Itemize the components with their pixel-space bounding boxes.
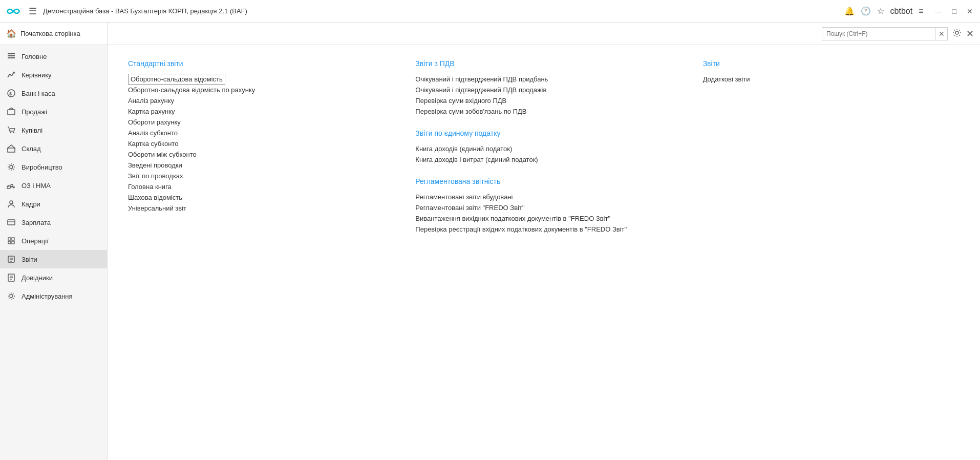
sidebar-item-zvity[interactable]: Звіти	[0, 250, 107, 268]
report-link-oborotno-saldova[interactable]: Оборотно-сальдова відомість	[128, 74, 225, 85]
report-link-dodatkovi-zvity[interactable]: Додаткові звіти	[703, 74, 960, 85]
kadry-icon	[6, 199, 16, 209]
unit-tax-reports-links: Книга доходів (єдиний податок) Книга дох…	[415, 143, 672, 165]
sidebar-item-label: Керівнику	[22, 71, 52, 79]
report-link-kartka-rahunku[interactable]: Картка рахунку	[128, 106, 385, 117]
standard-reports-section: Стандартні звіти Оборотно-сальдова відом…	[128, 57, 385, 247]
sidebar-item-operatsii[interactable]: Операції	[0, 232, 107, 250]
report-link-universalnyy-zvit[interactable]: Універсальний звіт	[128, 203, 385, 214]
sidebar-item-kupivli[interactable]: Купівлі	[0, 121, 107, 139]
app-logo	[4, 2, 23, 20]
report-link-oboroty-mizh-subkonto[interactable]: Обороти між субконто	[128, 149, 385, 160]
svg-text:$: $	[9, 91, 12, 96]
report-link-perevirka-vkhidnoho-pdv[interactable]: Перевірка суми вхідного ПДВ	[415, 95, 672, 106]
main-layout: 🏠 Початкова сторінка Головне Керівнику $	[0, 23, 980, 460]
search-box: ✕	[822, 27, 948, 40]
administruvannya-icon	[6, 291, 16, 301]
notification-icon[interactable]: 🔔	[844, 6, 855, 16]
svg-point-7	[13, 132, 14, 133]
oz-icon	[6, 180, 16, 191]
search-input[interactable]	[822, 30, 935, 37]
operatsii-icon	[6, 236, 16, 246]
title-bar-actions: 🔔 🕐 ☆ cbtbot ≡	[844, 6, 924, 16]
svg-rect-18	[8, 238, 11, 240]
report-link-pdv-prydbann[interactable]: Очікуваний і підтверджений ПДВ придбань	[415, 74, 672, 85]
sidebar-item-prodazhi[interactable]: Продажі	[0, 102, 107, 121]
search-clear-button[interactable]: ✕	[935, 28, 947, 40]
sidebar-item-label: Виробництво	[22, 163, 62, 171]
svg-rect-21	[12, 241, 14, 244]
sidebar-item-holovne[interactable]: Головне	[0, 47, 107, 66]
sidebar-item-vyrobnytstvo[interactable]: Виробництво	[0, 158, 107, 176]
sidebar-home[interactable]: 🏠 Початкова сторінка	[0, 23, 107, 45]
sidebar-item-label: Банк і каса	[22, 90, 55, 97]
pdv-reports-section: Звіти з ПДВ Очікуваний і підтверджений П…	[415, 57, 672, 247]
svg-point-15	[10, 201, 13, 204]
sidebar-item-label: Зарплата	[22, 219, 51, 226]
report-link-perevirka-zobovyazan-pdv[interactable]: Перевірка суми зобов'язань по ПДВ	[415, 106, 672, 117]
svg-point-30	[10, 295, 13, 298]
holovne-icon	[6, 51, 16, 61]
menu-icon[interactable]: ☰	[27, 4, 39, 19]
sidebar-item-label: Склад	[22, 145, 41, 153]
report-link-kartka-subkonto[interactable]: Картка субконто	[128, 138, 385, 149]
kerivnyku-icon	[6, 70, 16, 80]
standard-reports-links: Оборотно-сальдова відомість Оборотно-сал…	[128, 74, 385, 214]
svg-rect-1	[8, 55, 15, 56]
report-link-knyha-dokhodiv[interactable]: Книга доходів (єдиний податок)	[415, 143, 672, 154]
report-link-zvit-po-provodkakh[interactable]: Звіт по проводках	[128, 171, 385, 181]
zarplata-icon	[6, 217, 16, 227]
report-link-knyha-dokhodiv-vytrat[interactable]: Книга доходів і витрат (єдиний податок)	[415, 154, 672, 165]
svg-rect-16	[8, 220, 15, 225]
svg-rect-8	[8, 148, 15, 152]
svg-rect-20	[8, 241, 11, 244]
maximize-button[interactable]: □	[949, 6, 960, 16]
svg-point-9	[10, 165, 13, 169]
app-title: Демонстраційна база - BAS Бухгалтерія КО…	[43, 7, 840, 15]
regulatory-reports-title: Регламентована звітність	[415, 177, 672, 185]
sidebar-item-sklad[interactable]: Склад	[0, 139, 107, 158]
report-link-rehlam-fredo[interactable]: Регламентовані звіти "FREDO Звіт"	[415, 202, 672, 213]
home-icon: 🏠	[6, 29, 16, 38]
sidebar-item-label: Адміністрування	[22, 292, 73, 300]
svg-rect-5	[8, 110, 15, 115]
sidebar-item-administruvannya[interactable]: Адміністрування	[0, 287, 107, 305]
report-link-vyvanttazhennya[interactable]: Вивантаження вихідних податкових докумен…	[415, 213, 672, 224]
report-link-pdv-prodazhiv[interactable]: Очікуваний і підтверджений ПДВ продажів	[415, 85, 672, 95]
report-link-analiz-subkonto[interactable]: Аналіз субконто	[128, 128, 385, 138]
sidebar: 🏠 Початкова сторінка Головне Керівнику $	[0, 23, 108, 460]
report-link-oboroty-rahunku[interactable]: Обороти рахунку	[128, 117, 385, 128]
report-link-holovna-knyha[interactable]: Головна книга	[128, 181, 385, 192]
kupivli-icon	[6, 125, 16, 135]
content-area: ✕ ✕ Стандартні звіти Оборотно-сальдова в…	[108, 23, 980, 460]
sidebar-item-kadry[interactable]: Кадри	[0, 195, 107, 213]
prodazhi-icon	[6, 107, 16, 117]
standard-reports-title: Стандартні звіти	[128, 59, 385, 68]
close-panel-icon[interactable]: ✕	[966, 28, 974, 39]
sidebar-item-zarplata[interactable]: Зарплата	[0, 213, 107, 232]
minimize-button[interactable]: —	[932, 6, 945, 16]
sidebar-item-label: Операції	[22, 237, 49, 245]
history-icon[interactable]: 🕐	[861, 6, 871, 16]
sidebar-item-kerivnyku[interactable]: Керівнику	[0, 66, 107, 84]
svg-point-31	[955, 31, 958, 34]
home-label: Початкова сторінка	[20, 30, 80, 37]
sidebar-item-dovidnyky[interactable]: Довідники	[0, 268, 107, 287]
settings-gear-icon[interactable]	[952, 28, 962, 40]
report-link-rehlam-vbudovani[interactable]: Регламентовані звіти вбудовані	[415, 192, 672, 202]
close-button[interactable]: ✕	[964, 6, 976, 16]
report-link-perevirka-reyestratsiyi[interactable]: Перевірка реєстрації вхідних податкових …	[415, 224, 672, 235]
sidebar-item-bank[interactable]: $ Банк і каса	[0, 84, 107, 102]
report-link-shakhova-vidomist[interactable]: Шахова відомість	[128, 192, 385, 203]
zvity-icon	[6, 254, 16, 264]
report-link-oborotno-saldova-po-rahunku[interactable]: Оборотно-сальдова відомість по рахунку	[128, 85, 385, 95]
title-bar: ☰ Демонстраційна база - BAS Бухгалтерія …	[0, 0, 980, 23]
sidebar-item-label: Кадри	[22, 200, 40, 208]
bookmark-icon[interactable]: ☆	[877, 6, 884, 16]
settings-icon[interactable]: ≡	[919, 7, 923, 16]
sidebar-item-oz[interactable]: ОЗ і НМА	[0, 176, 107, 195]
other-reports-section: Звіти Додаткові звіти	[703, 57, 960, 247]
report-link-analiz-rahunku[interactable]: Аналіз рахунку	[128, 95, 385, 106]
report-link-zvedeni-provodky[interactable]: Зведені проводки	[128, 160, 385, 171]
unit-tax-reports-title: Звіти по єдиному податку	[415, 129, 672, 137]
